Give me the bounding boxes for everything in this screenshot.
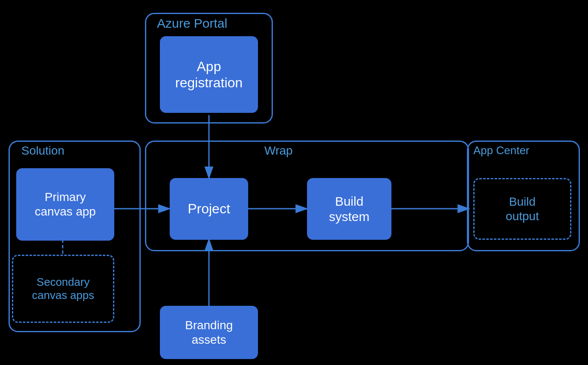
solution-label: Solution xyxy=(21,144,64,158)
diagram-container: Azure Portal App registration Solution P… xyxy=(0,0,588,365)
project-box: Project xyxy=(170,178,248,240)
build-output-box: Build output xyxy=(473,178,571,240)
app-registration-box: App registration xyxy=(160,36,258,113)
build-system-label: Build system xyxy=(329,194,369,224)
branding-assets-label: Branding assets xyxy=(185,318,233,347)
app-registration-label: App registration xyxy=(175,58,243,91)
build-output-label: Build output xyxy=(506,195,539,223)
app-center-label: App Center xyxy=(473,144,530,157)
secondary-canvas-apps-label: Secondary canvas apps xyxy=(32,276,94,302)
azure-portal-label: Azure Portal xyxy=(157,16,227,31)
branding-assets-box: Branding assets xyxy=(160,306,258,359)
build-system-box: Build system xyxy=(307,178,391,240)
primary-canvas-app-label: Primary canvas app xyxy=(35,190,96,218)
primary-canvas-app-box: Primary canvas app xyxy=(16,168,114,241)
wrap-label: Wrap xyxy=(264,144,293,158)
secondary-canvas-apps-box: Secondary canvas apps xyxy=(12,255,114,323)
project-label: Project xyxy=(188,201,230,217)
